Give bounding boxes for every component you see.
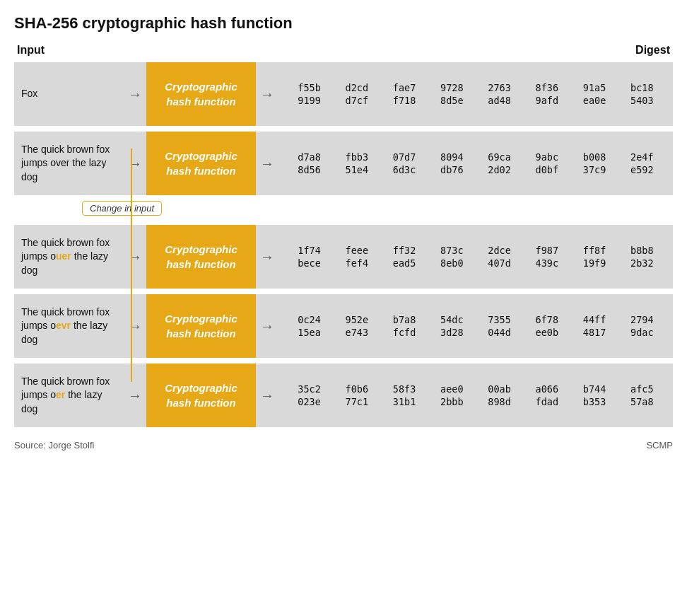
digest-cell: e743 bbox=[334, 327, 379, 338]
digest-cell: 6f78 bbox=[524, 314, 569, 325]
digest-cell: a066 bbox=[524, 383, 569, 395]
input-text-ouer: The quick brown fox jumps ouer the lazy … bbox=[21, 236, 117, 278]
rows-container: Fox → Cryptographic hash function → f55b… bbox=[14, 62, 673, 433]
digest-cell: bece bbox=[287, 257, 331, 269]
highlighted-rows: The quick brown fox jumps ouer the lazy … bbox=[14, 225, 673, 433]
vertical-line bbox=[131, 149, 132, 382]
digest-cell: bc18 bbox=[620, 82, 664, 93]
digest-cell: fae7 bbox=[382, 82, 427, 93]
col-header-digest: Digest bbox=[172, 44, 670, 57]
digest-cell: 91a5 bbox=[572, 82, 617, 93]
arrow-icon: → bbox=[124, 388, 146, 404]
digest-box: 1f74 feee ff32 873c 2dce f987 ff8f b8b8 … bbox=[278, 225, 673, 289]
digest-cell: ead5 bbox=[382, 257, 427, 269]
brand-text: SCMP bbox=[646, 440, 673, 451]
hash-fn-box: Cryptographic hash function bbox=[146, 364, 256, 427]
digest-box: 35c2 f0b6 58f3 aee0 00ab a066 b744 afc5 … bbox=[278, 364, 673, 427]
input-text-over: The quick brown fox jumps over the lazy … bbox=[21, 143, 117, 185]
change-label: Change in input bbox=[82, 201, 162, 216]
input-text-oer: The quick brown fox jumps oer the lazy d… bbox=[21, 375, 117, 417]
table-row: The quick brown fox jumps oevr the lazy … bbox=[14, 294, 673, 358]
digest-cell: 2dce bbox=[477, 245, 522, 256]
digest-cell: b008 bbox=[572, 151, 617, 163]
digest-cell: 1f74 bbox=[287, 245, 331, 256]
arrow-icon: → bbox=[124, 249, 146, 265]
digest-cell: ad48 bbox=[477, 95, 522, 106]
arrow-icon: → bbox=[256, 388, 278, 404]
input-box-oer: The quick brown fox jumps oer the lazy d… bbox=[14, 364, 124, 427]
digest-cell: 7355 bbox=[477, 314, 522, 325]
digest-cell: b8b8 bbox=[620, 245, 664, 256]
digest-cell: e592 bbox=[620, 164, 664, 175]
digest-cell: 023e bbox=[287, 396, 331, 407]
footer: Source: Jorge Stolfi SCMP bbox=[14, 440, 673, 451]
digest-cell: 0c24 bbox=[287, 314, 331, 325]
digest-cell: b7a8 bbox=[382, 314, 427, 325]
table-row: The quick brown fox jumps over the lazy … bbox=[14, 132, 673, 195]
digest-cell: d7a8 bbox=[287, 151, 331, 163]
digest-cell: 2794 bbox=[620, 314, 664, 325]
input-box-ouer: The quick brown fox jumps ouer the lazy … bbox=[14, 225, 124, 289]
digest-cell: 8f36 bbox=[524, 82, 569, 93]
digest-cell: 9abc bbox=[524, 151, 569, 163]
digest-cell: ea0e bbox=[572, 95, 617, 106]
digest-cell: 873c bbox=[430, 245, 474, 256]
hash-fn-box: Cryptographic hash function bbox=[146, 294, 256, 358]
digest-cell: d2cd bbox=[334, 82, 379, 93]
digest-box: f55b d2cd fae7 9728 2763 8f36 91a5 bc18 … bbox=[278, 62, 673, 126]
digest-cell: 6d3c bbox=[382, 164, 427, 175]
digest-cell: 2b32 bbox=[620, 257, 664, 269]
arrow-icon: → bbox=[124, 86, 146, 103]
digest-cell: 952e bbox=[334, 314, 379, 325]
digest-cell: 58f3 bbox=[382, 383, 427, 395]
digest-cell: 35c2 bbox=[287, 383, 331, 395]
highlight-oevr: evr bbox=[56, 320, 71, 331]
digest-cell: ff32 bbox=[382, 245, 427, 256]
change-label-container: Change in input bbox=[14, 201, 673, 223]
col-header-input: Input bbox=[17, 44, 172, 57]
digest-cell: 9afd bbox=[524, 95, 569, 106]
digest-cell: 9dac bbox=[620, 327, 664, 338]
digest-cell: 2763 bbox=[477, 82, 522, 93]
digest-cell: aee0 bbox=[430, 383, 474, 395]
digest-cell: fbb3 bbox=[334, 151, 379, 163]
highlight-ouer: uer bbox=[56, 250, 71, 262]
arrow-icon: → bbox=[256, 318, 278, 335]
digest-cell: b353 bbox=[572, 396, 617, 407]
digest-cell: 8d5e bbox=[430, 95, 474, 106]
digest-cell: 407d bbox=[477, 257, 522, 269]
digest-cell: 5403 bbox=[620, 95, 664, 106]
digest-cell: 9199 bbox=[287, 95, 331, 106]
arrow-icon: → bbox=[256, 86, 278, 103]
digest-cell: ff8f bbox=[572, 245, 617, 256]
digest-cell: 2e4f bbox=[620, 151, 664, 163]
digest-cell: 2bbb bbox=[430, 396, 474, 407]
arrow-icon: → bbox=[256, 156, 278, 172]
digest-cell: 898d bbox=[477, 396, 522, 407]
arrow-icon: → bbox=[256, 249, 278, 265]
digest-cell: d7cf bbox=[334, 95, 379, 106]
digest-box: d7a8 fbb3 07d7 8094 69ca 9abc b008 2e4f … bbox=[278, 132, 673, 195]
digest-cell: 4817 bbox=[572, 327, 617, 338]
digest-cell: 8d56 bbox=[287, 164, 331, 175]
digest-cell: 31b1 bbox=[382, 396, 427, 407]
digest-cell: afc5 bbox=[620, 383, 664, 395]
digest-cell: 51e4 bbox=[334, 164, 379, 175]
digest-cell: f718 bbox=[382, 95, 427, 106]
digest-cell: 69ca bbox=[477, 151, 522, 163]
digest-cell: 8eb0 bbox=[430, 257, 474, 269]
digest-cell: fef4 bbox=[334, 257, 379, 269]
digest-cell: f0b6 bbox=[334, 383, 379, 395]
digest-cell: db76 bbox=[430, 164, 474, 175]
digest-cell: 044d bbox=[477, 327, 522, 338]
digest-cell: b744 bbox=[572, 383, 617, 395]
table-row: The quick brown fox jumps ouer the lazy … bbox=[14, 225, 673, 289]
table-row: The quick brown fox jumps oer the lazy d… bbox=[14, 364, 673, 427]
main-title: SHA-256 cryptographic hash function bbox=[14, 14, 673, 33]
digest-cell: 00ab bbox=[477, 383, 522, 395]
digest-cell: 44ff bbox=[572, 314, 617, 325]
arrow-icon: → bbox=[124, 318, 146, 335]
digest-cell: 2d02 bbox=[477, 164, 522, 175]
digest-cell: 54dc bbox=[430, 314, 474, 325]
digest-cell: 15ea bbox=[287, 327, 331, 338]
